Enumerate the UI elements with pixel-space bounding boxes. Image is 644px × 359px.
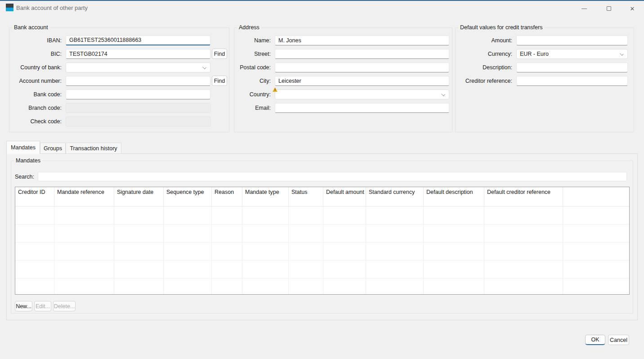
table-cell [114, 260, 164, 278]
mandates-table-header: Creditor ID Mandate reference Signature … [15, 187, 629, 206]
app-icon-bottom [6, 8, 13, 11]
chevron-down-icon [202, 65, 206, 69]
table-cell [366, 224, 424, 242]
table-cell [484, 260, 563, 278]
table-cell [563, 224, 629, 242]
column-header-default-creditor-reference[interactable]: Default creditor reference [484, 187, 563, 206]
search-label: Search: [11, 174, 34, 180]
bank-code-field[interactable] [66, 90, 210, 99]
table-row[interactable] [15, 260, 629, 278]
column-header-default-amount[interactable]: Default amount [323, 187, 366, 206]
new-button[interactable]: New... [15, 301, 32, 311]
table-cell [212, 206, 242, 224]
column-header-reason[interactable]: Reason [212, 187, 242, 206]
street-label: Street: [237, 51, 275, 57]
app-icon-top [6, 4, 13, 8]
column-header-creditor-id[interactable]: Creditor ID [15, 187, 54, 206]
bic-label: BIC: [12, 51, 66, 57]
column-header-default-description[interactable]: Default description [424, 187, 484, 206]
table-row[interactable] [15, 242, 629, 260]
titlebar: Bank account of other party ✕ [0, 1, 644, 15]
table-cell [484, 224, 563, 242]
description-field[interactable] [516, 63, 628, 72]
table-cell [15, 242, 54, 260]
address-group: Address Name: Street: Postal code: City:… [234, 27, 452, 132]
edit-button: Edit... [34, 301, 51, 311]
credit-defaults-group-title: Default values for credit transfers [458, 24, 544, 31]
description-label: Description: [458, 64, 516, 71]
table-cell [212, 224, 242, 242]
app-icon [6, 4, 13, 11]
iban-field[interactable] [66, 36, 210, 45]
postal-code-field[interactable] [275, 63, 449, 72]
column-header-sequence-type[interactable]: Sequence type [164, 187, 212, 206]
table-cell [54, 224, 114, 242]
table-cell [54, 260, 114, 278]
currency-label: Currency: [458, 51, 516, 57]
column-header-standard-currency[interactable]: Standard currency [366, 187, 424, 206]
table-cell [212, 242, 242, 260]
table-cell [114, 206, 164, 224]
maximize-button[interactable] [602, 3, 616, 14]
table-cell [424, 224, 484, 242]
minimize-button[interactable] [577, 3, 591, 14]
tab-groups[interactable]: Groups [40, 143, 66, 154]
bic-field[interactable] [66, 49, 210, 59]
email-label: Email: [237, 105, 275, 111]
table-cell [323, 242, 366, 260]
tab-transaction-history[interactable]: Transaction history [66, 143, 121, 154]
close-button[interactable]: ✕ [625, 3, 640, 14]
credit-defaults-group: Default values for credit transfers Amou… [455, 27, 634, 132]
table-row[interactable] [15, 224, 629, 242]
column-header-status[interactable]: Status [289, 187, 323, 206]
creditor-reference-field[interactable] [516, 76, 628, 86]
street-field[interactable] [275, 49, 449, 59]
column-header-mandate-reference[interactable]: Mandate reference [54, 187, 114, 206]
maximize-icon [607, 6, 611, 11]
table-cell [242, 260, 289, 278]
find-account-button[interactable]: Find [212, 76, 227, 86]
table-cell [366, 260, 424, 278]
table-cell [289, 260, 323, 278]
find-bic-button[interactable]: Find [212, 49, 227, 59]
country-of-bank-select[interactable] [66, 63, 210, 72]
postal-code-label: Postal code: [237, 64, 275, 71]
table-cell [15, 260, 54, 278]
city-field[interactable] [275, 76, 449, 86]
amount-field[interactable] [516, 36, 628, 45]
email-field[interactable] [275, 103, 449, 113]
ok-button[interactable]: OK [585, 335, 605, 345]
currency-select[interactable]: EUR - Euro [516, 49, 628, 59]
table-cell [54, 242, 114, 260]
table-cell [164, 278, 212, 295]
country-select[interactable] [275, 90, 449, 99]
dialog-window: { "window": { "title": "Bank account of … [0, 0, 644, 359]
table-row[interactable] [15, 206, 629, 224]
table-cell [164, 224, 212, 242]
close-icon: ✕ [630, 6, 635, 12]
table-cell [289, 278, 323, 295]
table-cell [289, 224, 323, 242]
country-of-bank-label: Country of bank: [12, 64, 66, 71]
table-cell [164, 242, 212, 260]
table-cell [164, 260, 212, 278]
table-cell [323, 206, 366, 224]
city-label: City: [237, 78, 275, 84]
cancel-button[interactable]: Cancel [608, 335, 629, 345]
column-header-signature-date[interactable]: Signature date [114, 187, 164, 206]
column-header-mandate-type[interactable]: Mandate type [242, 187, 289, 206]
name-field[interactable] [275, 36, 449, 45]
table-cell [366, 278, 424, 295]
table-cell [212, 278, 242, 295]
table-cell [323, 224, 366, 242]
table-cell [484, 278, 563, 295]
search-input[interactable] [38, 172, 627, 181]
tab-mandates[interactable]: Mandates [6, 141, 40, 154]
address-group-title: Address [237, 24, 261, 31]
name-label: Name: [237, 37, 275, 44]
mandates-table: Creditor ID Mandate reference Signature … [15, 187, 630, 295]
table-row[interactable] [15, 278, 629, 295]
table-cell [242, 278, 289, 295]
account-number-field[interactable] [66, 76, 210, 86]
table-cell [563, 206, 629, 224]
